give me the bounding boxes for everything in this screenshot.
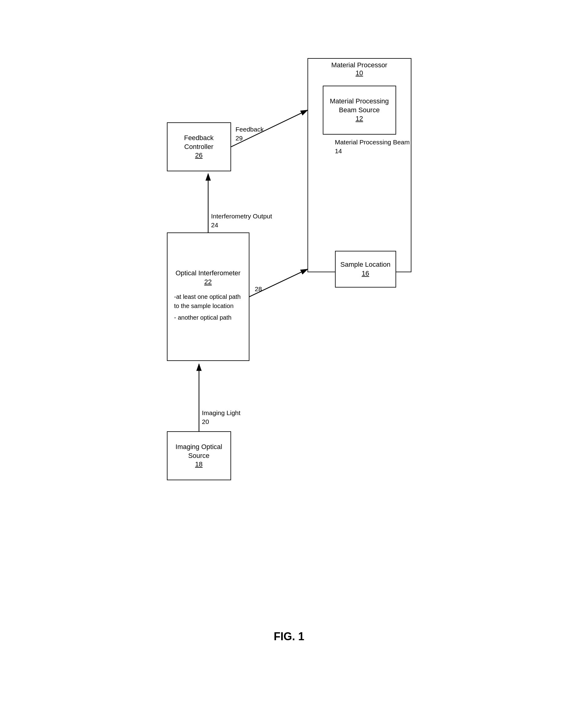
material-processor-label: Material Processor 10	[307, 61, 411, 77]
imaging-optical-source-box: Imaging Optical Source 18	[167, 431, 231, 480]
material-processing-beam-source-box: Material Processing Beam Source 12	[323, 86, 396, 135]
arrow-28-label: 28	[255, 284, 262, 293]
diagram-area: Material Processor 10 Material Processin…	[158, 43, 420, 624]
optical-interferometer-box: Optical Interferometer 22 -at least one …	[167, 232, 249, 361]
sample-location-box: Sample Location 16	[335, 251, 396, 288]
feedback-label: Feedback 29	[236, 125, 264, 143]
imaging-light-label: Imaging Light 20	[202, 408, 241, 426]
interferometry-output-label: Interferometry Output 24	[211, 212, 272, 230]
figure-label: FIG. 1	[274, 630, 304, 643]
diagram-container: Material Processor 10 Material Processin…	[152, 43, 427, 685]
material-processing-beam-label: Material Processing Beam 14	[335, 138, 410, 156]
feedback-controller-box: Feedback Controller 26	[167, 122, 231, 171]
